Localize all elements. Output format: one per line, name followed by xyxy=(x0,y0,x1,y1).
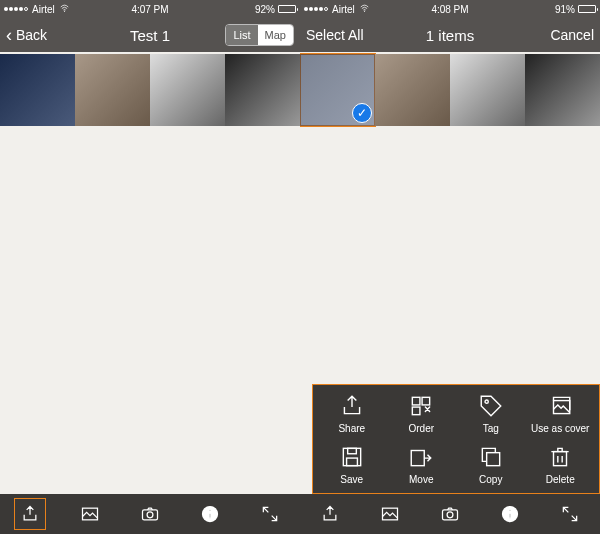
carrier-label: Airtel xyxy=(332,4,355,15)
cancel-button[interactable]: Cancel xyxy=(550,27,594,43)
svg-rect-24 xyxy=(509,513,511,518)
delete-icon xyxy=(547,444,573,470)
action-label: Copy xyxy=(479,474,502,485)
svg-rect-9 xyxy=(422,397,430,405)
info-tab-icon[interactable] xyxy=(495,499,525,529)
svg-point-3 xyxy=(147,512,153,518)
view-toggle: List Map xyxy=(225,24,294,46)
svg-rect-8 xyxy=(413,397,421,405)
action-save[interactable]: Save xyxy=(317,444,387,485)
content-area: Share Order Tag Use as cover Save xyxy=(300,128,600,494)
svg-rect-10 xyxy=(413,407,421,415)
camera-tab-icon[interactable] xyxy=(435,499,465,529)
svg-rect-15 xyxy=(346,458,357,466)
thumbnail[interactable] xyxy=(75,54,150,126)
thumbnail[interactable] xyxy=(375,54,450,126)
action-order[interactable]: Order xyxy=(387,393,457,434)
selection-count: 1 items xyxy=(426,27,474,44)
cancel-label: Cancel xyxy=(550,27,594,43)
svg-point-21 xyxy=(447,512,453,518)
action-tag[interactable]: Tag xyxy=(456,393,526,434)
svg-rect-6 xyxy=(209,513,211,518)
chevron-left-icon: ‹ xyxy=(6,26,12,44)
battery-icon xyxy=(278,5,296,13)
clock-label: 4:08 PM xyxy=(431,4,468,15)
battery-icon xyxy=(578,5,596,13)
cover-icon xyxy=(547,393,573,419)
order-icon xyxy=(408,393,434,419)
thumbnail[interactable] xyxy=(525,54,600,126)
svg-point-11 xyxy=(485,400,488,403)
carrier-label: Airtel xyxy=(32,4,55,15)
svg-rect-14 xyxy=(347,448,356,453)
action-delete[interactable]: Delete xyxy=(526,444,596,485)
move-icon xyxy=(408,444,434,470)
select-all-button[interactable]: Select All xyxy=(306,27,364,43)
expand-tab-icon[interactable] xyxy=(255,499,285,529)
bottom-toolbar xyxy=(300,494,600,534)
clock-label: 4:07 PM xyxy=(131,4,168,15)
nav-bar: Select All 1 items Cancel xyxy=(300,18,600,52)
action-label: Save xyxy=(340,474,363,485)
share-icon xyxy=(339,393,365,419)
thumbnail[interactable] xyxy=(0,54,75,126)
signal-dots-icon xyxy=(304,7,328,11)
select-all-label: Select All xyxy=(306,27,364,43)
svg-rect-18 xyxy=(554,452,567,466)
camera-tab-icon[interactable] xyxy=(135,499,165,529)
action-move[interactable]: Move xyxy=(387,444,457,485)
tag-icon xyxy=(478,393,504,419)
thumbnail[interactable] xyxy=(150,54,225,126)
left-pane: Airtel 4:07 PM 92% ‹ Back Test 1 List Ma… xyxy=(0,0,300,534)
svg-point-7 xyxy=(364,10,365,11)
action-label: Delete xyxy=(546,474,575,485)
action-label: Share xyxy=(338,423,365,434)
share-tab-icon[interactable] xyxy=(15,499,45,529)
action-label: Tag xyxy=(483,423,499,434)
thumbnail-strip xyxy=(0,52,300,128)
bottom-toolbar xyxy=(0,494,300,534)
action-copy[interactable]: Copy xyxy=(456,444,526,485)
back-label: Back xyxy=(16,27,47,43)
back-button[interactable]: ‹ Back xyxy=(6,26,47,44)
action-label: Use as cover xyxy=(531,423,589,434)
copy-icon xyxy=(478,444,504,470)
save-icon xyxy=(339,444,365,470)
seg-map-button[interactable]: Map xyxy=(258,25,293,45)
photo-tab-icon[interactable] xyxy=(375,499,405,529)
share-tab-icon[interactable] xyxy=(315,499,345,529)
expand-tab-icon[interactable] xyxy=(555,499,585,529)
info-tab-icon[interactable] xyxy=(195,499,225,529)
svg-point-0 xyxy=(64,10,65,11)
action-panel: Share Order Tag Use as cover Save xyxy=(312,384,600,494)
thumbnail-selected[interactable]: ✓ xyxy=(300,54,375,126)
action-use-as-cover[interactable]: Use as cover xyxy=(526,393,596,434)
action-label: Move xyxy=(409,474,433,485)
wifi-icon xyxy=(59,4,70,15)
right-pane: Airtel 4:08 PM 91% Select All 1 items Ca… xyxy=(300,0,600,534)
thumbnail[interactable] xyxy=(225,54,300,126)
svg-rect-16 xyxy=(412,451,425,466)
svg-point-23 xyxy=(509,510,511,512)
page-title: Test 1 xyxy=(130,27,170,44)
action-label: Order xyxy=(408,423,434,434)
svg-point-5 xyxy=(209,510,211,512)
checkmark-icon: ✓ xyxy=(352,103,372,123)
photo-tab-icon[interactable] xyxy=(75,499,105,529)
content-area xyxy=(0,128,300,494)
battery-pct-label: 91% xyxy=(555,4,575,15)
seg-list-button[interactable]: List xyxy=(226,25,257,45)
thumbnail-strip: ✓ xyxy=(300,52,600,128)
signal-dots-icon xyxy=(4,7,28,11)
nav-bar: ‹ Back Test 1 List Map xyxy=(0,18,300,52)
status-bar: Airtel 4:07 PM 92% xyxy=(0,0,300,18)
action-share[interactable]: Share xyxy=(317,393,387,434)
status-bar: Airtel 4:08 PM 91% xyxy=(300,0,600,18)
svg-rect-17 xyxy=(486,453,499,466)
wifi-icon xyxy=(359,4,370,15)
battery-pct-label: 92% xyxy=(255,4,275,15)
thumbnail[interactable] xyxy=(450,54,525,126)
